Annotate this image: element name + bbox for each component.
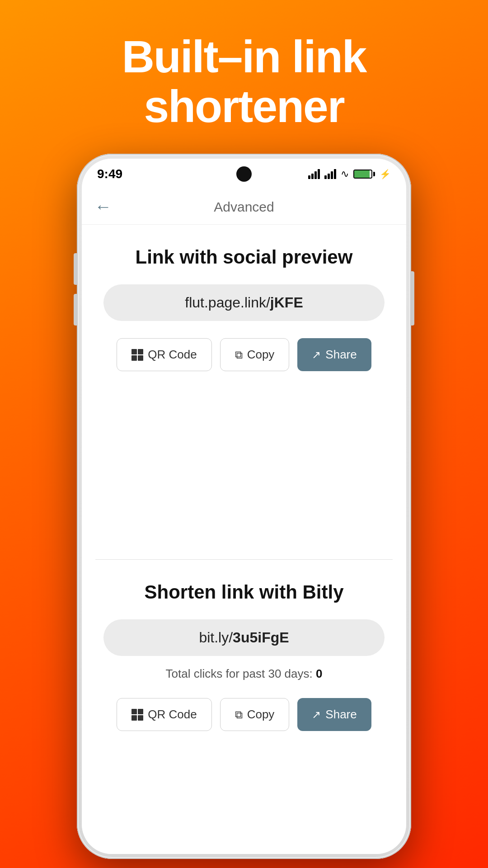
qr-code-icon [131, 349, 143, 361]
nav-title: Advanced [214, 199, 274, 215]
section2-title: Shorten link with Bitly [103, 581, 385, 603]
phone-device: 9:49 [77, 154, 411, 859]
status-time: 9:49 [97, 167, 122, 181]
section2-link-pill: bit.ly/3u5iFgE [103, 619, 385, 656]
share-icon: ↗ [312, 349, 321, 361]
phone-wrapper: 9:49 [0, 154, 488, 859]
clicks-info: Total clicks for past 30 days: 0 [103, 667, 385, 681]
section-social-preview: Link with social preview flut.page.link/… [82, 225, 406, 387]
section1-actions: QR Code ⧉ Copy ↗ Share [103, 338, 385, 371]
headline-line1: Built–in link [122, 31, 366, 82]
share-icon-2: ↗ [312, 708, 321, 721]
section-bitly: Shorten link with Bitly bit.ly/3u5iFgE T… [82, 560, 406, 747]
phone-screen: 9:49 [82, 159, 406, 854]
back-button[interactable]: ← [94, 197, 112, 217]
section2-share-button[interactable]: ↗ Share [297, 698, 371, 731]
copy-icon: ⧉ [235, 349, 243, 361]
section1-qr-button[interactable]: QR Code [117, 338, 211, 371]
headline-line2: shortener [144, 81, 344, 132]
section2-link-text: bit.ly/3u5iFgE [199, 629, 289, 646]
copy-icon-2: ⧉ [235, 708, 243, 721]
section2-qr-button[interactable]: QR Code [117, 698, 211, 731]
section1-share-button[interactable]: ↗ Share [297, 338, 371, 371]
section2-copy-button[interactable]: ⧉ Copy [220, 698, 290, 731]
battery-indicator [353, 170, 375, 179]
section2-actions: QR Code ⧉ Copy ↗ Share [103, 698, 385, 731]
status-bar: 9:49 [82, 159, 406, 189]
charging-icon: ⚡ [380, 169, 391, 179]
section1-title: Link with social preview [103, 246, 385, 268]
camera-notch [236, 166, 252, 182]
section1-copy-button[interactable]: ⧉ Copy [220, 338, 290, 371]
wifi-icon: ∿ [341, 168, 349, 180]
section1-link-text: flut.page.link/jKFE [185, 294, 303, 311]
qr-code-icon-2 [131, 709, 143, 721]
headline: Built–in link shortener [0, 0, 488, 154]
nav-bar: ← Advanced [82, 189, 406, 225]
screen-content: ← Advanced Link with social preview flut… [82, 189, 406, 854]
section1-link-pill: flut.page.link/jKFE [103, 284, 385, 321]
